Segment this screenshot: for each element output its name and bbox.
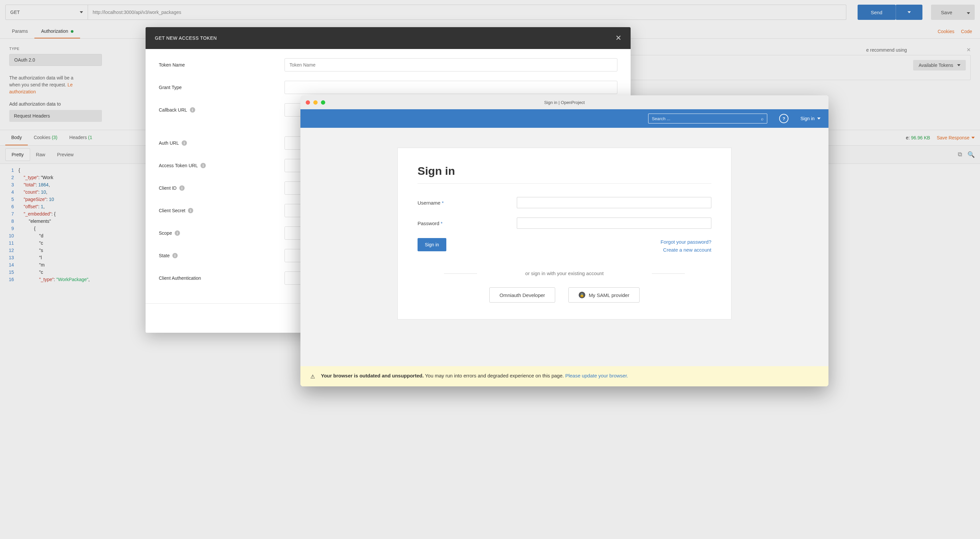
update-browser-link[interactable]: Please update your browser.	[565, 373, 628, 378]
omniauth-developer-button[interactable]: Omniauth Developer	[489, 287, 555, 303]
scope-label: Scope i	[159, 230, 285, 236]
client-id-label: Client ID i	[159, 185, 285, 191]
window-titlebar: Sign in | OpenProject	[301, 95, 829, 109]
info-icon[interactable]: i	[188, 208, 193, 213]
forgot-password-link[interactable]: Forgot your password?	[661, 238, 711, 246]
client-secret-label: Client Secret i	[159, 208, 285, 213]
password-label: Password*	[418, 220, 517, 226]
search-input-wrapper[interactable]: ⌕	[648, 113, 767, 123]
help-icon[interactable]: ?	[779, 114, 788, 123]
signin-label: Sign in	[800, 116, 815, 121]
close-icon[interactable]: ✕	[616, 34, 621, 42]
saml-provider-button[interactable]: 🔒 My SAML provider	[568, 287, 640, 303]
openproject-header: ⌕ ? Sign in	[301, 109, 829, 128]
lock-icon: 🔒	[579, 292, 585, 298]
modal-header: GET NEW ACCESS TOKEN ✕	[146, 27, 631, 49]
browser-warning-banner: ⚠ Your browser is outdated and unsupport…	[301, 366, 829, 386]
oauth-browser-window: Sign in | OpenProject ⌕ ? Sign in Sign i…	[301, 95, 829, 386]
client-auth-label: Client Authentication	[159, 276, 285, 281]
modal-title: GET NEW ACCESS TOKEN	[155, 35, 217, 41]
grant-type-label: Grant Type	[159, 85, 285, 90]
warning-bold: Your browser is outdated and unsupported…	[321, 373, 424, 378]
info-icon[interactable]: i	[175, 230, 180, 236]
signin-dropdown[interactable]: Sign in	[800, 116, 821, 121]
access-token-url-label: Access Token URL i	[159, 163, 285, 168]
token-name-label: Token Name	[159, 62, 285, 67]
window-title: Sign in | OpenProject	[301, 100, 829, 105]
warning-icon: ⚠	[310, 373, 315, 380]
create-account-link[interactable]: Create a new account	[661, 246, 711, 254]
info-icon[interactable]: i	[179, 185, 185, 191]
signin-heading: Sign in	[418, 164, 711, 184]
username-label: Username*	[418, 200, 517, 206]
openproject-body: Sign in Username* Password* Sign in	[301, 128, 829, 366]
info-icon[interactable]: i	[200, 163, 206, 168]
state-label: State i	[159, 253, 285, 258]
divider-text: or sign in with your existing account	[418, 271, 711, 276]
saml-provider-label: My SAML provider	[589, 292, 629, 298]
username-input[interactable]	[517, 197, 711, 208]
callback-url-label: Callback URL i	[159, 107, 285, 113]
warning-text: You may run into errors and degraded exp…	[424, 373, 565, 378]
signin-card: Sign in Username* Password* Sign in	[397, 148, 732, 319]
search-input[interactable]	[652, 116, 761, 121]
info-icon[interactable]: i	[172, 253, 178, 258]
token-name-input[interactable]	[285, 58, 617, 72]
auth-url-label: Auth URL i	[159, 140, 285, 146]
password-input[interactable]	[517, 217, 711, 229]
signin-button[interactable]: Sign in	[418, 238, 446, 251]
chevron-down-icon	[817, 118, 821, 120]
info-icon[interactable]: i	[190, 107, 195, 113]
grant-type-input[interactable]	[285, 81, 617, 94]
info-icon[interactable]: i	[181, 140, 187, 146]
search-icon[interactable]: ⌕	[761, 116, 764, 121]
